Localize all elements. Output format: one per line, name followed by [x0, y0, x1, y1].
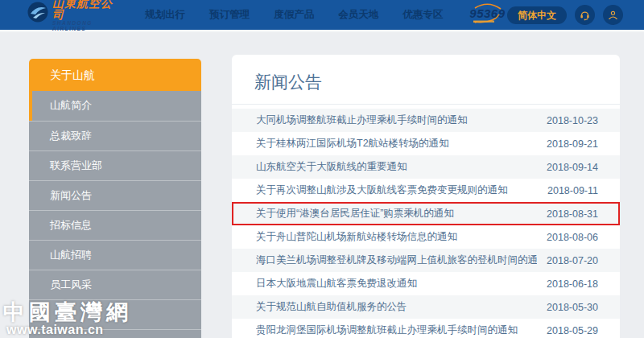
news-row-date: 2018-07-20: [547, 255, 598, 266]
airline-logo-text: 山東航空公司 SHANDONG AIRLINES: [52, 0, 124, 31]
user-icon: [607, 9, 619, 21]
news-row-8[interactable]: 关于规范山航自助值机服务的公告 2018-05-30: [232, 295, 620, 319]
news-row-title: 关于使用“港澳台居民居住证”购票乘机的通知: [256, 207, 537, 221]
news-row-0[interactable]: 大同机场调整航班截止办理乘机手续时间的通知 2018-10-23: [232, 109, 620, 132]
news-row-date: 2018-09-14: [547, 162, 598, 173]
airline-name-en2: AIRLINES: [52, 26, 124, 31]
nav-item-0[interactable]: 规划出行: [145, 8, 185, 22]
news-row-7[interactable]: 日本大阪地震山航客票免费退改通知 2018-06-18: [232, 272, 620, 295]
news-row-1[interactable]: 关于桂林两江国际机场T2航站楼转场的通知 2018-09-21: [232, 132, 620, 155]
sidebar-items: 山航简介总裁致辞联系营业部新闻公告招标信息山航招聘员工风采: [29, 91, 201, 338]
news-row-title: 关于再次调整山航涉及大阪航线客票免费变更规则的通知: [256, 183, 538, 197]
sidebar-item-6[interactable]: 员工风采: [29, 270, 201, 299]
header-nav: 规划出行预订管理度假产品会员天地优惠专区: [145, 8, 443, 22]
news-row-date: 2018-05-29: [547, 325, 598, 336]
news-row-title: 关于桂林两江国际机场T2航站楼转场的通知: [256, 137, 537, 150]
user-account-button[interactable]: [603, 5, 623, 25]
airline-name-cn: 山東航空公司: [52, 0, 124, 20]
news-row-date: 2018-05-30: [547, 302, 598, 313]
hotline-number: 95369: [469, 6, 505, 20]
news-row-date: 2018-10-23: [547, 115, 598, 126]
sidebar-item-0[interactable]: 山航简介: [29, 91, 201, 121]
sidebar-item-5[interactable]: 山航招聘: [29, 240, 201, 270]
headset-icon: [579, 9, 591, 21]
news-row-6[interactable]: 海口美兰机场调整登机牌及移动端网上值机旅客的登机时间的通知 2018-07-20: [232, 249, 620, 272]
sidebar-item-4[interactable]: 招标信息: [29, 210, 201, 240]
sidebar-item-8: [29, 329, 201, 338]
airline-emblem-icon: [27, 2, 48, 23]
news-row-4[interactable]: 关于使用“港澳台居民居住证”购票乘机的通知 2018-08-31: [232, 202, 620, 225]
news-row-title: 贵阳龙洞堡国际机场调整航班截止办理乘机手续时间的通知: [256, 324, 537, 337]
news-row-title: 大同机场调整航班截止办理乘机手续时间的通知: [256, 113, 537, 127]
customer-service-button[interactable]: [575, 5, 595, 25]
header-right: 简体中文: [507, 5, 623, 25]
news-row-title: 山东航空关于大阪航线的重要通知: [256, 160, 537, 174]
nav-item-3[interactable]: 会员天地: [338, 8, 378, 22]
news-row-5[interactable]: 关于舟山普陀山机场新航站楼转场信息的通知 2018-08-06: [232, 225, 620, 249]
news-row-date: 2018-09-11: [547, 185, 598, 196]
news-row-date: 2018-08-06: [547, 232, 598, 243]
airline-logo[interactable]: 山東航空公司 SHANDONG AIRLINES: [27, 0, 124, 31]
news-card: 新闻公告 大同机场调整航班截止办理乘机手续时间的通知 2018-10-23 关于…: [232, 55, 620, 338]
news-row-title: 海口美兰机场调整登机牌及移动端网上值机旅客的登机时间的通知: [256, 254, 537, 267]
sidebar-item-3[interactable]: 新闻公告: [29, 180, 201, 210]
news-row-date: 2018-06-18: [547, 278, 598, 290]
news-row-title: 关于舟山普陀山机场新航站楼转场信息的通知: [256, 230, 537, 244]
news-row-title: 关于规范山航自助值机服务的公告: [256, 300, 537, 314]
news-row-2[interactable]: 山东航空关于大阪航线的重要通知 2018-09-14: [232, 155, 620, 179]
news-list: 大同机场调整航班截止办理乘机手续时间的通知 2018-10-23 关于桂林两江国…: [232, 105, 620, 338]
page-title: 新闻公告: [232, 55, 620, 104]
hotline-logo[interactable]: 95369: [464, 3, 507, 27]
nav-item-4[interactable]: 优惠专区: [402, 8, 443, 22]
news-row-date: 2018-08-31: [547, 208, 598, 220]
sidebar-item-7: [29, 299, 201, 329]
page: 山東航空公司 SHANDONG AIRLINES 规划出行预订管理度假产品会员天…: [0, 0, 644, 338]
news-row-date: 2018-09-21: [547, 138, 598, 150]
language-button[interactable]: 简体中文: [507, 6, 567, 24]
sidebar-header: 关于山航: [29, 59, 201, 91]
sidebar-item-1[interactable]: 总裁致辞: [29, 121, 201, 150]
sidebar-item-2[interactable]: 联系营业部: [29, 150, 201, 180]
nav-item-1[interactable]: 预订管理: [209, 8, 250, 22]
news-row-3[interactable]: 关于再次调整山航涉及大阪航线客票免费变更规则的通知 2018-09-11: [232, 179, 620, 202]
top-header: 山東航空公司 SHANDONG AIRLINES 规划出行预订管理度假产品会员天…: [0, 0, 644, 32]
news-row-title: 日本大阪地震山航客票免费退改通知: [256, 277, 537, 291]
news-row-9[interactable]: 贵阳龙洞堡国际机场调整航班截止办理乘机手续时间的通知 2018-05-29: [232, 319, 620, 338]
airline-name-en1: SHANDONG: [52, 20, 124, 26]
sidebar: 关于山航 山航简介总裁致辞联系营业部新闻公告招标信息山航招聘员工风采: [29, 59, 201, 338]
nav-item-2[interactable]: 度假产品: [274, 8, 314, 22]
